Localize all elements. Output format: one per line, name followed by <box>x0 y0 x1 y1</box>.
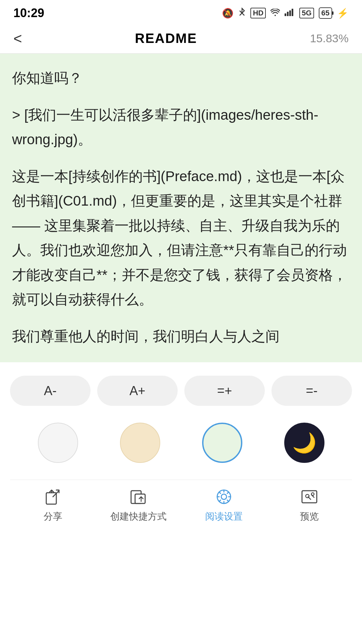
moon-icon: 🌙 <box>292 431 316 454</box>
svg-line-14 <box>227 500 228 501</box>
preview-icon <box>299 487 319 507</box>
theme-selector: 🌙 <box>10 423 352 463</box>
svg-rect-2 <box>289 10 291 16</box>
charging-icon: ⚡ <box>337 8 349 19</box>
theme-white[interactable] <box>38 423 78 463</box>
status-time: 10:29 <box>13 6 44 20</box>
font-decrease-button[interactable]: A- <box>10 376 90 406</box>
nav-settings-label: 阅读设置 <box>205 510 243 523</box>
theme-green[interactable] <box>202 423 242 463</box>
svg-line-16 <box>219 500 220 501</box>
line-decrease-button[interactable]: =- <box>272 376 352 406</box>
nav-shortcut[interactable]: 创建快捷方式 <box>96 487 181 523</box>
mute-icon: 🔕 <box>222 8 234 19</box>
5g-icon: 5G <box>299 8 314 18</box>
header: < README 15.83% <box>0 23 362 54</box>
status-icons: 🔕 HD <box>222 7 349 19</box>
font-controls: A- A+ =+ =- <box>10 376 352 406</box>
content-body: 你知道吗？ > [我们一生可以活很多辈子的](images/heres-sth-… <box>12 66 350 348</box>
svg-line-13 <box>219 492 220 493</box>
hd-icon: HD <box>250 8 266 18</box>
content-paragraph-2: > [我们一生可以活很多辈子的](images/heres-sth-wrong.… <box>12 103 350 152</box>
content-paragraph-1: 你知道吗？ <box>12 66 350 91</box>
svg-rect-6 <box>135 494 145 503</box>
wifi-icon <box>270 8 280 18</box>
svg-rect-3 <box>292 9 293 16</box>
nav-preview-label: 预览 <box>300 510 319 523</box>
bluetooth-icon <box>238 7 246 19</box>
reading-content: 你知道吗？ > [我们一生可以活很多辈子的](images/heres-sth-… <box>0 54 362 362</box>
status-bar: 10:29 🔕 HD <box>0 0 362 23</box>
theme-beige[interactable] <box>120 423 160 463</box>
font-increase-button[interactable]: A+ <box>97 376 178 406</box>
content-paragraph-4: 我们尊重他人的时间，我们明白人与人之间 <box>12 324 350 349</box>
progress-indicator: 15.83% <box>310 32 349 45</box>
svg-point-8 <box>221 494 227 499</box>
bottom-controls: A- A+ =+ =- 🌙 分享 <box>0 362 362 536</box>
content-paragraph-3: 这是一本[持续创作的书](Preface.md)，这也是一本[众创书籍](C01… <box>12 164 350 312</box>
nav-shortcut-label: 创建快捷方式 <box>110 510 167 523</box>
battery-indicator: 65 <box>319 7 332 19</box>
nav-preview[interactable]: 预览 <box>266 487 352 523</box>
svg-rect-17 <box>302 491 317 503</box>
settings-icon <box>214 487 234 507</box>
nav-share[interactable]: 分享 <box>10 487 96 523</box>
theme-dark[interactable]: 🌙 <box>284 423 324 463</box>
signal-icon <box>285 8 295 18</box>
shortcut-icon <box>128 487 148 507</box>
svg-line-15 <box>227 492 228 493</box>
nav-settings[interactable]: 阅读设置 <box>181 487 266 523</box>
nav-share-label: 分享 <box>44 510 62 523</box>
back-button[interactable]: < <box>13 31 22 46</box>
page-title: README <box>135 31 197 46</box>
line-increase-button[interactable]: =+ <box>184 376 265 406</box>
share-icon <box>43 487 63 507</box>
bottom-nav: 分享 创建快捷方式 <box>10 480 352 536</box>
svg-point-19 <box>311 493 314 495</box>
svg-rect-1 <box>287 12 289 16</box>
svg-rect-0 <box>285 13 286 16</box>
